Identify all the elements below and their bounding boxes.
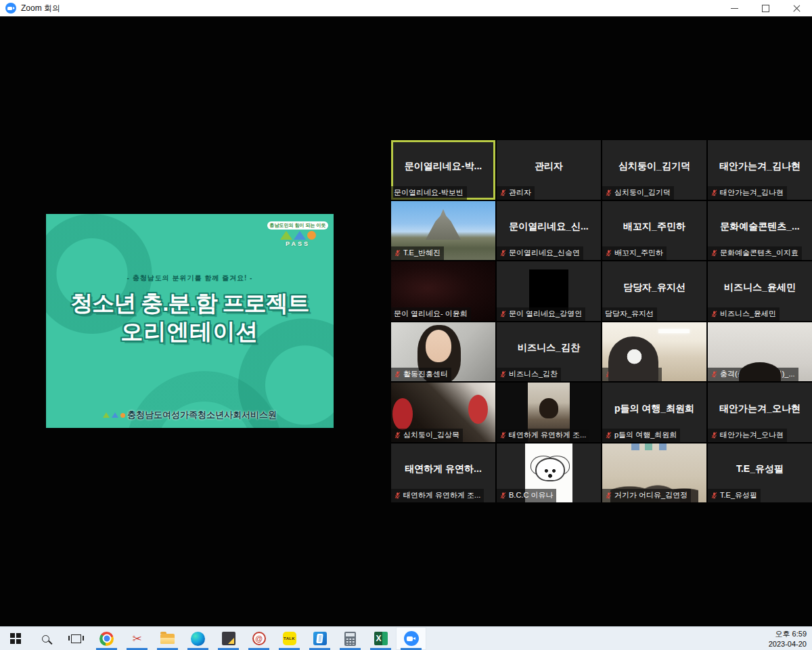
participant-center-name: 문이열리네요-박... xyxy=(394,160,493,173)
zoom-task-icon xyxy=(404,631,419,646)
participant-name-text: 담당자_유지선 xyxy=(605,309,654,319)
participant-tile-video[interactable]: T.E_반혜진 xyxy=(391,201,495,261)
muted-mic-icon xyxy=(710,370,718,378)
participant-tile-video[interactable]: B.C.C 이유나 xyxy=(497,443,601,503)
taskbar-item-edge[interactable] xyxy=(183,627,213,650)
calculator-icon xyxy=(344,632,356,646)
edge-icon xyxy=(191,632,205,646)
participant-name-text: B.C.C 이유나 xyxy=(509,490,553,500)
participant-tile[interactable]: T.E_유성필T.E_유성필 xyxy=(708,443,812,503)
zoom-window: Zoom 회의 충남도민의 힘이 되는 이웃 PASS - 충청남도의 분위기를… xyxy=(0,0,812,650)
participant-name-label: 활동진흥센터 xyxy=(391,368,451,381)
taskbar-item-search[interactable] xyxy=(30,627,61,650)
participant-name-label: 비즈니스_김찬 xyxy=(497,368,561,381)
task-view-icon xyxy=(71,634,81,643)
close-icon[interactable] xyxy=(781,0,812,17)
participant-tile[interactable]: 문이열리네요-박...문이열리네요-박보빈 xyxy=(391,140,495,200)
participant-name-text: 태안가는겨_김나현 xyxy=(720,188,784,198)
participant-tile[interactable]: 태안가는겨_김나현태안가는겨_김나현 xyxy=(708,140,812,200)
taskbar-item-photos[interactable] xyxy=(213,627,244,650)
participant-name-label: 비즈니스_윤세민 xyxy=(708,307,780,321)
participant-tile[interactable]: 심치둥이_김기덕심치둥이_김기덕 xyxy=(602,140,706,200)
minimize-icon[interactable] xyxy=(719,0,750,17)
taskbar-item-mail[interactable] xyxy=(244,627,274,650)
participant-name-text: 문화예술콘텐츠_이지효 xyxy=(720,248,798,258)
participant-name-text: T.E_유성필 xyxy=(720,490,757,500)
participant-name-text: 문이열리네요-박보빈 xyxy=(394,188,464,198)
kakaotalk-icon xyxy=(283,632,296,645)
participant-tile[interactable]: 담당자_유지선담당자_유지선 xyxy=(602,261,706,321)
participant-tile[interactable]: 배꼬지_주민하배꼬지_주민하 xyxy=(602,201,706,261)
participant-name-text: 문이열리네요_신승연 xyxy=(509,248,580,258)
participant-tile[interactable]: 태연하게 유연하...태연하게 유연하게 조... xyxy=(391,443,495,503)
file-explorer-icon xyxy=(160,634,175,644)
taskbar-item-start[interactable] xyxy=(0,627,30,650)
participant-name-label: 문이 열리네요- 이윤희 xyxy=(391,307,471,321)
window-title: Zoom 회의 xyxy=(21,3,60,14)
muted-mic-icon xyxy=(710,310,718,318)
zoom-app-icon xyxy=(5,3,16,14)
capture-tool-icon xyxy=(132,633,141,645)
participant-tile-video[interactable]: 거기가 어디유_김연정 xyxy=(602,443,706,503)
participant-center-name: 배꼬지_주민하 xyxy=(605,221,704,233)
participant-tile[interactable]: 비즈니스_김찬비즈니스_김찬 xyxy=(497,322,601,382)
participant-tile[interactable]: 문이열리네요_신...문이열리네요_신승연 xyxy=(497,201,601,261)
participant-name-text: 비즈니스_김찬 xyxy=(509,369,558,379)
taskbar-item-zoom-task[interactable] xyxy=(396,627,426,650)
participant-name-text: 태안가는겨_오나현 xyxy=(720,430,784,440)
participant-name-label: 심치둥이_김상목 xyxy=(391,429,463,442)
clock-date: 2023-04-20 xyxy=(769,639,807,649)
taskbar-clock[interactable]: 오후 6:59 2023-04-20 xyxy=(769,629,807,649)
participant-name-text: 심치둥이_김상목 xyxy=(403,430,459,440)
muted-mic-icon xyxy=(394,249,401,257)
taskbar-item-capture-tool[interactable] xyxy=(122,627,152,650)
participant-center-name: 문화예술콘텐츠_... xyxy=(710,221,809,233)
participant-tile-video[interactable]: 심치둥이_김상목 xyxy=(391,383,495,442)
muted-mic-icon xyxy=(499,370,507,378)
participant-name-text: p들의 여행_최원희 xyxy=(614,430,677,440)
muted-mic-icon xyxy=(710,492,718,499)
muted-mic-icon xyxy=(499,189,507,196)
participant-name-label: 태연하게 유연하게 조... xyxy=(391,489,484,502)
taskbar-items xyxy=(0,627,426,650)
participant-name-text: 배꼬지_주민하 xyxy=(614,248,663,258)
search-icon xyxy=(42,635,49,643)
participant-name-label: 거기가 어디유_김연정 xyxy=(602,489,691,502)
participant-tile[interactable]: 비즈니스_윤세민비즈니스_윤세민 xyxy=(708,261,812,321)
participant-name-text: 태연하게 유연하게 조... xyxy=(509,430,586,440)
participant-center-name: 태안가는겨_오나현 xyxy=(710,403,809,415)
shared-presentation-slide: 충남도민의 힘이 되는 이웃 PASS - 충청남도의 분위기를 함께 즐겨요!… xyxy=(46,214,334,428)
participant-tile[interactable]: p들의 여행_최원희p들의 여행_최원희 xyxy=(602,383,706,442)
taskbar-item-file-explorer[interactable] xyxy=(152,627,183,650)
participant-tile-video[interactable]: 문이 열리네요- 이윤희 xyxy=(391,261,495,321)
participant-tile[interactable]: 문화예술콘텐츠_...문화예술콘텐츠_이지효 xyxy=(708,201,812,261)
muted-mic-icon xyxy=(605,370,612,378)
participant-name-label: 문이 열리네요_강영인 xyxy=(497,307,585,321)
muted-mic-icon xyxy=(499,249,507,257)
participant-tile-video[interactable]: 문이 열리네요_강영인 xyxy=(497,261,601,321)
participant-tile-video[interactable]: 충격(충청남도의격)_... xyxy=(708,322,812,382)
taskbar-item-calculator[interactable] xyxy=(335,627,365,650)
participant-name-label: 태안가는겨_김나현 xyxy=(708,186,787,200)
participant-name-label: T.E_반혜진 xyxy=(391,246,444,260)
taskbar-item-blue-book[interactable] xyxy=(304,627,335,650)
participant-name-label: B.C.C 이유나 xyxy=(497,489,556,502)
muted-mic-icon xyxy=(499,431,507,439)
maximize-icon[interactable] xyxy=(750,0,781,17)
participant-tile-video[interactable]: 활동진흥센터 xyxy=(391,322,495,382)
taskbar-item-chrome[interactable] xyxy=(91,627,122,650)
participant-tile[interactable]: 태안가는겨_오나현태안가는겨_오나현 xyxy=(708,383,812,442)
taskbar-item-kakaotalk[interactable] xyxy=(274,627,304,650)
participant-center-name: 담당자_유지선 xyxy=(605,282,704,294)
participant-tile-video[interactable]: 태연하게 유연하게 조... xyxy=(497,383,601,442)
participant-tile[interactable]: 관리자관리자 xyxy=(497,140,601,200)
participant-name-label: 담당자_유지선 xyxy=(602,307,657,321)
participant-name-label: 문화예술콘텐츠_이지효 xyxy=(708,246,802,260)
participant-tile-video[interactable]: B.C.C 오채린 xyxy=(602,322,706,382)
muted-mic-icon xyxy=(710,431,718,439)
taskbar-item-excel[interactable] xyxy=(365,627,396,650)
pass-mountains-icon xyxy=(267,231,329,240)
participant-name-label: 충격(충청남도의격)_... xyxy=(708,368,798,381)
participant-name-label: p들의 여행_최원희 xyxy=(602,429,680,442)
taskbar-item-task-view[interactable] xyxy=(61,627,91,650)
